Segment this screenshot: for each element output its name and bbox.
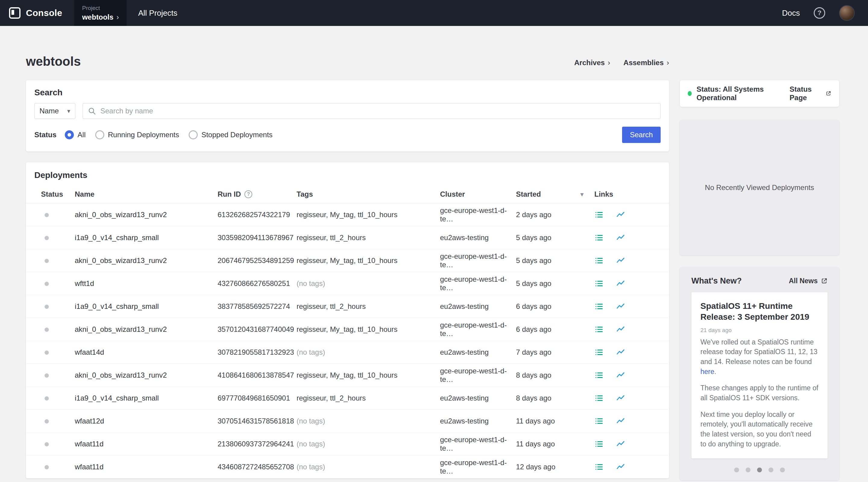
search-input[interactable]	[100, 107, 655, 115]
inspect-list-icon[interactable]	[594, 417, 603, 426]
whats-new-card: What's New? All News SpatialOS 11+ Runti…	[680, 267, 839, 480]
deployment-name[interactable]: akni_0_obs_wizard13_runv2	[75, 325, 218, 334]
status-page-link[interactable]: Status Page	[789, 85, 831, 102]
deployment-name[interactable]: wfaat11d	[75, 463, 218, 471]
column-header-status: Status	[41, 190, 75, 198]
deployment-run-id: 3070514631578561818	[218, 417, 297, 425]
inspect-list-icon[interactable]	[594, 210, 603, 219]
whats-new-heading: What's New?	[691, 276, 742, 286]
deployment-run-id: 432760866276580251	[218, 279, 297, 288]
deployment-name[interactable]: wfaat14d	[75, 348, 218, 357]
metrics-chart-icon[interactable]	[616, 210, 625, 219]
inspect-list-icon[interactable]	[594, 279, 603, 288]
deployment-status-icon	[44, 442, 49, 446]
metrics-chart-icon[interactable]	[616, 440, 625, 449]
table-row[interactable]: i1a9_0_v14_csharp_small 6977708496816509…	[26, 387, 669, 409]
search-heading: Search	[34, 88, 661, 97]
metrics-chart-icon[interactable]	[616, 279, 625, 288]
deployment-cluster: gce-europe-west1-d-te…	[440, 275, 516, 292]
project-switcher-name: webtools	[82, 13, 113, 21]
inspect-list-icon[interactable]	[594, 325, 603, 334]
all-projects-link[interactable]: All Projects	[138, 8, 177, 18]
table-row[interactable]: wftt1d 432760866276580251 (no tags) gce-…	[26, 272, 669, 295]
inspect-list-icon[interactable]	[594, 348, 603, 357]
assemblies-link[interactable]: Assemblies›	[624, 58, 669, 67]
table-row[interactable]: akni_0_obs_wizard13_runv2 20674679525348…	[26, 249, 669, 272]
status-radio-stopped-deployments[interactable]: Stopped Deployments	[189, 130, 273, 139]
user-avatar[interactable]	[839, 5, 855, 21]
table-row[interactable]: wfaat12d 3070514631578561818 (no tags) e…	[26, 409, 669, 432]
table-row[interactable]: wfaat14d 3078219055817132923 (no tags) e…	[26, 341, 669, 364]
metrics-chart-icon[interactable]	[616, 256, 625, 265]
table-row[interactable]: wfaat11d 4346087272485652708 (no tags) g…	[26, 455, 669, 478]
news-article-paragraph: We've rolled out a SpatialOS runtime rel…	[701, 337, 818, 377]
deployment-name[interactable]: i1a9_0_v14_csharp_small	[75, 302, 218, 311]
deployment-name[interactable]: wfaat11d	[75, 440, 218, 448]
table-row[interactable]: i1a9_0_v14_csharp_small 3035982094113678…	[26, 226, 669, 249]
metrics-chart-icon[interactable]	[616, 462, 625, 472]
deployment-name[interactable]: i1a9_0_v14_csharp_small	[75, 233, 218, 242]
deployment-name[interactable]: akni_0_obs_wizard13_runv2	[75, 210, 218, 219]
column-header-links: Links	[594, 190, 654, 198]
carousel-dot[interactable]	[780, 467, 785, 472]
metrics-chart-icon[interactable]	[616, 348, 625, 357]
inspect-list-icon[interactable]	[594, 256, 603, 265]
carousel-dot[interactable]	[769, 467, 773, 472]
carousel-dot[interactable]	[757, 467, 762, 472]
search-field-dropdown[interactable]: Name ▾	[34, 103, 75, 119]
all-news-link[interactable]: All News	[789, 277, 828, 285]
table-row[interactable]: akni_0_obs_wizard13_runv2 61326268257432…	[26, 203, 669, 226]
metrics-chart-icon[interactable]	[616, 394, 625, 403]
inspect-list-icon[interactable]	[594, 302, 603, 311]
carousel-dot[interactable]	[734, 467, 739, 472]
deployment-name[interactable]: i1a9_0_v14_csharp_small	[75, 394, 218, 402]
help-icon[interactable]: ?	[814, 7, 825, 19]
deployment-started: 11 days ago	[516, 417, 594, 425]
deployment-name[interactable]: wftt1d	[75, 279, 218, 288]
deployment-status-icon	[44, 213, 49, 217]
deployment-started: 5 days ago	[516, 279, 594, 288]
project-switcher-label: Project	[82, 5, 119, 11]
docs-link[interactable]: Docs	[782, 8, 800, 18]
table-row[interactable]: i1a9_0_v14_csharp_small 3837785856925722…	[26, 295, 669, 318]
search-button[interactable]: Search	[622, 127, 661, 143]
status-radio-all[interactable]: All	[65, 130, 86, 139]
column-header-cluster: Cluster	[440, 190, 516, 198]
inspect-list-icon[interactable]	[594, 394, 603, 403]
search-field-dropdown-value: Name	[39, 107, 59, 115]
news-article-paragraph: Next time you deploy locally or remotely…	[701, 409, 818, 449]
deployment-tags: regisseur, My_tag, ttl_10_hours	[297, 371, 440, 379]
archives-link[interactable]: Archives›	[574, 58, 610, 67]
carousel-dot[interactable]	[746, 467, 750, 472]
deployment-name[interactable]: akni_0_obs_wizard13_runv2	[75, 256, 218, 265]
metrics-chart-icon[interactable]	[616, 233, 625, 242]
run-id-help-icon[interactable]: ?	[244, 190, 252, 198]
metrics-chart-icon[interactable]	[616, 417, 625, 426]
inspect-list-icon[interactable]	[594, 371, 603, 380]
column-header-started[interactable]: Started ▾	[516, 190, 594, 198]
deployment-tags: (no tags)	[297, 463, 440, 471]
release-notes-link[interactable]: here	[701, 368, 714, 375]
table-row[interactable]: wfaat11d 2138060937372964241 (no tags) g…	[26, 432, 669, 455]
inspect-list-icon[interactable]	[594, 462, 603, 472]
metrics-chart-icon[interactable]	[616, 302, 625, 311]
console-home-link[interactable]: Console	[9, 7, 62, 19]
deployment-cluster: gce-europe-west1-d-te…	[440, 206, 516, 223]
project-switcher[interactable]: Project webtools ›	[74, 0, 127, 26]
deployment-name[interactable]: wfaat12d	[75, 417, 218, 425]
deployment-status-icon	[44, 236, 49, 240]
metrics-chart-icon[interactable]	[616, 325, 625, 334]
table-row[interactable]: akni_0_obs_wizard13_runv2 35701204316877…	[26, 318, 669, 341]
deployment-run-id: 4346087272485652708	[218, 463, 297, 471]
deployment-tags: regisseur, ttl_2_hours	[297, 394, 440, 402]
deployment-started: 11 days ago	[516, 440, 594, 448]
deployment-run-id: 4108641680613878547	[218, 371, 297, 379]
table-row[interactable]: akni_0_obs_wizard13_runv2 41086416806138…	[26, 364, 669, 387]
metrics-chart-icon[interactable]	[616, 371, 625, 380]
inspect-list-icon[interactable]	[594, 440, 603, 449]
status-radio-running-deployments[interactable]: Running Deployments	[95, 130, 179, 139]
inspect-list-icon[interactable]	[594, 233, 603, 242]
news-article-paragraph: These changes apply to the runtime of al…	[701, 383, 818, 403]
radio-icon	[189, 130, 198, 139]
deployment-name[interactable]: akni_0_obs_wizard13_runv2	[75, 371, 218, 379]
